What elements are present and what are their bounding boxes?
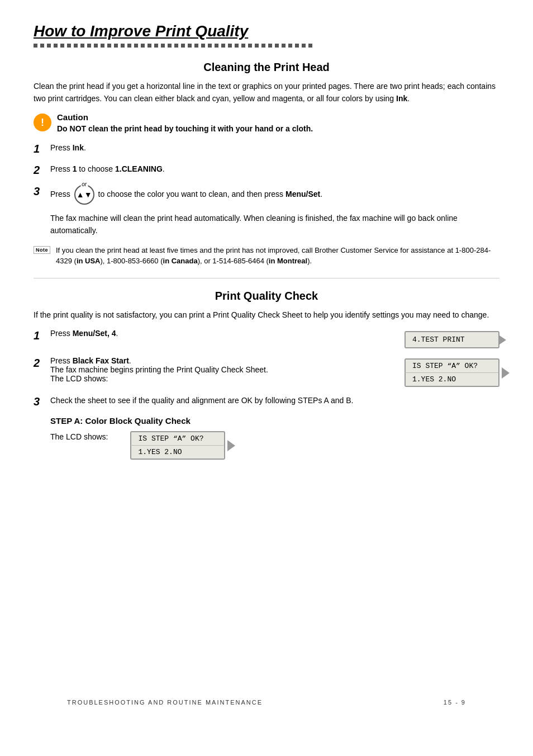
note-label: Note xyxy=(34,246,50,254)
arrow-button-icon: or ▲▼ xyxy=(74,185,94,205)
footer-right: 15 - 9 xyxy=(444,699,466,706)
step-number: 2 xyxy=(34,356,45,370)
step-lcd: IS STEP “A” OK? 1.YES 2.NO xyxy=(404,356,499,387)
caution-box: ! Caution Do NOT clean the print head by… xyxy=(34,112,499,133)
step-number: 2 xyxy=(34,163,45,177)
step-number: 3 xyxy=(34,395,45,408)
section-divider xyxy=(34,278,499,278)
lcd-line2: 1.YES 2.NO xyxy=(404,373,499,387)
caution-content: Caution Do NOT clean the print head by t… xyxy=(57,112,313,133)
substep-a-heading: STEP A: Color Block Quality Check xyxy=(50,416,499,426)
step-content: Press Black Fax Start. The fax machine b… xyxy=(50,356,399,383)
step-content: Press 1 to choose 1.CLEANING. xyxy=(50,163,165,176)
step-content: Press Ink. xyxy=(50,142,86,154)
lcd-line1: IS STEP “A” OK? xyxy=(404,358,499,373)
lcd-stack: IS STEP “A” OK? 1.YES 2.NO xyxy=(404,358,499,387)
section2-heading: Print Quality Check xyxy=(34,290,499,303)
section1-intro: Clean the print head if you get a horizo… xyxy=(34,81,499,105)
section2-intro: If the print quality is not satisfactory… xyxy=(34,309,499,322)
section1-heading: Cleaning the Print Head xyxy=(34,61,499,74)
step-number: 3 xyxy=(34,185,45,198)
step-number: 1 xyxy=(34,142,45,155)
caution-title: Caution xyxy=(57,112,313,122)
lcd-stack-substep: IS STEP “A” OK? 1.YES 2.NO xyxy=(130,431,225,460)
section2-step2: 2 Press Black Fax Start. The fax machine… xyxy=(34,356,499,387)
section1-step2: 2 Press 1 to choose 1.CLEANING. xyxy=(34,163,499,177)
footer-left: TROUBLESHOOTING AND ROUTINE MAINTENANCE xyxy=(67,699,263,706)
section2-step1: 1 Press Menu/Set, 4. 4.TEST PRINT xyxy=(34,329,499,348)
note-box: Note If you clean the print head at leas… xyxy=(34,245,499,267)
step-content: Press Menu/Set, 4. xyxy=(50,329,399,338)
page-title: How to Improve Print Quality xyxy=(34,22,499,40)
step-lcd: 4.TEST PRINT xyxy=(404,329,499,348)
step-content: Press or ▲▼ to choose the color you want… xyxy=(50,185,322,205)
page-footer: TROUBLESHOOTING AND ROUTINE MAINTENANCE … xyxy=(67,699,466,706)
substep-a-lcd: IS STEP “A” OK? 1.YES 2.NO xyxy=(130,431,225,460)
section1-step1: 1 Press Ink. xyxy=(34,142,499,155)
section1-step3: 3 Press or ▲▼ to choose the color you wa… xyxy=(34,185,499,205)
caution-icon: ! xyxy=(34,114,51,131)
lcd-display: 4.TEST PRINT xyxy=(404,331,499,348)
step-number: 1 xyxy=(34,329,45,342)
dot-separator xyxy=(34,44,499,48)
section2-step3: 3 Check the sheet to see if the quality … xyxy=(34,395,499,408)
note-text: If you clean the print head at least fiv… xyxy=(56,245,499,267)
caution-body: Do NOT clean the print head by touching … xyxy=(57,124,313,133)
section1-after-step3: The fax machine will clean the print hea… xyxy=(50,212,499,237)
substep-a-lcd-label: The LCD shows: xyxy=(50,431,108,443)
lcd-line2: 1.YES 2.NO xyxy=(130,446,225,460)
step-content: Check the sheet to see if the quality an… xyxy=(50,395,353,407)
substep-a: STEP A: Color Block Quality Check The LC… xyxy=(50,416,499,460)
lcd-line1: IS STEP “A” OK? xyxy=(130,431,225,446)
